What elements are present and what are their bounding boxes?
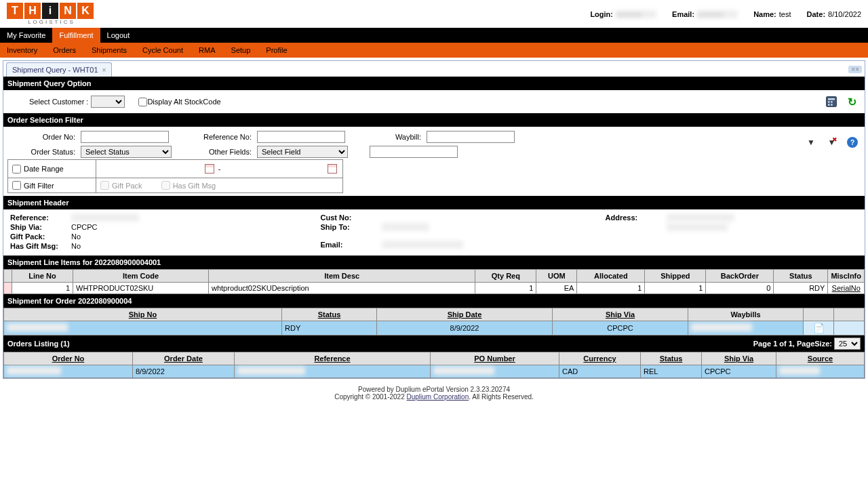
- reference-no-label: Reference No:: [200, 133, 254, 141]
- other-fields-label: Other Fields:: [200, 148, 254, 156]
- tab-close-icon[interactable]: ×: [102, 66, 106, 74]
- hdr-has-gift-msg-value: No: [71, 242, 81, 250]
- footer: Powered by Duplium ePortal Version 2.3.2…: [0, 382, 868, 405]
- document-icon[interactable]: [813, 325, 825, 333]
- select-customer-label: Select Customer :: [9, 98, 91, 106]
- logo-subtitle: LOGISTICS: [9, 19, 94, 25]
- hdr-has-gift-msg-label: Has Gift Msg:: [10, 242, 71, 250]
- orders-table: Order No Order Date Reference PO Number …: [3, 352, 865, 378]
- col-source[interactable]: Source: [808, 354, 833, 363]
- section-filter: Order Selection Filter: [3, 113, 865, 127]
- nav-orders[interactable]: Orders: [46, 43, 83, 58]
- nav-inventory[interactable]: Inventory: [0, 43, 44, 58]
- nav-profile[interactable]: Profile: [259, 43, 294, 58]
- col-ship-date[interactable]: Ship Date: [448, 310, 482, 319]
- apply-filter-icon[interactable]: [804, 135, 818, 150]
- hdr-address-label: Address:: [606, 214, 667, 222]
- table-row[interactable]: 1 WHTPRODUCT02SKU whtproduct02SKUDescrip…: [4, 283, 865, 294]
- hdr-gift-pack-value: No: [71, 232, 81, 241]
- hdr-cust-no-label: Cust No:: [321, 214, 382, 222]
- section-query-option: Shipment Query Option: [3, 77, 865, 90]
- ship-no-link[interactable]: [7, 323, 68, 331]
- gift-pack-label: Gift Pack: [112, 182, 142, 190]
- clear-filter-icon[interactable]: [825, 135, 840, 150]
- calendar-to-icon[interactable]: [328, 164, 337, 174]
- hdr-ship-via-value: CPCPC: [71, 223, 98, 231]
- options-icon[interactable]: [824, 94, 839, 109]
- svg-rect-4: [828, 104, 830, 106]
- col-reference[interactable]: Reference: [314, 354, 350, 363]
- gift-filter-checkbox[interactable]: [12, 181, 21, 190]
- nav-rma[interactable]: RMA: [192, 43, 222, 58]
- hdr-reference-label: Reference:: [10, 214, 71, 222]
- col-ship-no[interactable]: Ship No: [129, 310, 157, 319]
- alt-stockcode-checkbox[interactable]: [138, 98, 147, 106]
- hdr-ship-to-label: Ship To:: [321, 223, 382, 231]
- shipment-table: Ship No Status Ship Date Ship Via Waybil…: [3, 308, 865, 336]
- footer-link[interactable]: Duplium Corporation: [407, 393, 469, 401]
- col-ship-status[interactable]: Status: [318, 310, 341, 319]
- col-order-date[interactable]: Order Date: [164, 354, 203, 363]
- refresh-icon[interactable]: [844, 94, 859, 109]
- waybill-input[interactable]: [427, 131, 515, 143]
- hdr-email-label: Email:: [321, 241, 382, 249]
- reference-no-input[interactable]: [257, 131, 345, 143]
- col-ship-via[interactable]: Ship Via: [606, 310, 635, 319]
- col-currency[interactable]: Currency: [583, 354, 616, 363]
- nav-my-favorite[interactable]: My Favorite: [0, 28, 52, 43]
- section-shipment-header: Shipment Header: [3, 196, 865, 209]
- has-gift-msg-label: Has Gift Msg: [173, 182, 216, 190]
- svg-rect-1: [828, 98, 835, 100]
- user-info: Login:xxxxxxx Email:xxxxxxx Name:test Da…: [590, 10, 861, 18]
- order-no-label: Order No:: [10, 133, 78, 141]
- nav-logout[interactable]: Logout: [100, 28, 137, 43]
- nav-shipments[interactable]: Shipments: [85, 43, 134, 58]
- tab-title: Shipment Query - WHT01: [12, 66, 98, 74]
- date-range-checkbox[interactable]: [12, 165, 21, 174]
- svg-rect-2: [828, 101, 830, 103]
- order-status-label: Order Status:: [10, 148, 78, 156]
- section-shipment-for-order: Shipment for Order 2022080900004: [3, 294, 865, 308]
- gift-filter-label: Gift Filter: [24, 182, 54, 190]
- logo: THiNK: [7, 3, 94, 19]
- page-size-select[interactable]: 25: [834, 338, 861, 350]
- order-no-input[interactable]: [81, 131, 169, 143]
- hdr-gift-pack-label: Gift Pack:: [10, 232, 71, 241]
- select-customer-dropdown[interactable]: [91, 96, 125, 108]
- section-line-items: Shipment Line Items for 2022080900004001: [3, 256, 865, 269]
- page-info: Page 1 of 1, PageSize:: [753, 340, 834, 348]
- help-icon[interactable]: [847, 137, 858, 148]
- serial-no-link[interactable]: SerialNo: [832, 284, 861, 292]
- date-from-input[interactable]: [100, 163, 216, 175]
- gift-pack-checkbox: [100, 181, 109, 190]
- other-fields-select[interactable]: Select Field: [257, 146, 348, 158]
- svg-rect-3: [831, 101, 833, 103]
- orders-listing-title: Orders Listing (1): [7, 340, 70, 348]
- nav-setup[interactable]: Setup: [224, 43, 258, 58]
- col-order-status[interactable]: Status: [660, 354, 683, 363]
- other-fields-value-input[interactable]: [370, 146, 458, 158]
- svg-rect-5: [831, 104, 833, 106]
- order-no-link[interactable]: [7, 367, 61, 375]
- close-all-tabs-icon[interactable]: ××: [848, 66, 862, 73]
- has-gift-msg-checkbox: [161, 181, 170, 190]
- hdr-ship-via-label: Ship Via:: [10, 223, 71, 231]
- waybill-label: Waybill:: [370, 133, 424, 141]
- nav-cycle-count[interactable]: Cycle Count: [136, 43, 190, 58]
- table-row[interactable]: RDY 8/9/2022 CPCPC: [4, 321, 865, 336]
- col-po-number[interactable]: PO Number: [474, 354, 515, 363]
- table-row[interactable]: 8/9/2022 CAD REL CPCPC: [4, 365, 865, 378]
- date-range-label: Date Range: [24, 165, 64, 173]
- tab-shipment-query[interactable]: Shipment Query - WHT01 ×: [6, 62, 112, 77]
- col-order-no[interactable]: Order No: [52, 354, 85, 363]
- date-to-input[interactable]: [223, 163, 338, 175]
- col-order-ship-via[interactable]: Ship Via: [724, 354, 753, 363]
- calendar-from-icon[interactable]: [205, 164, 214, 174]
- alt-stockcode-label: Display Alt StockCode: [147, 98, 220, 106]
- line-items-table: Line No Item Code Item Desc Qty Req UOM …: [3, 269, 865, 294]
- nav-fulfillment[interactable]: Fulfillment: [52, 28, 100, 43]
- order-status-select[interactable]: Select Status: [81, 146, 172, 158]
